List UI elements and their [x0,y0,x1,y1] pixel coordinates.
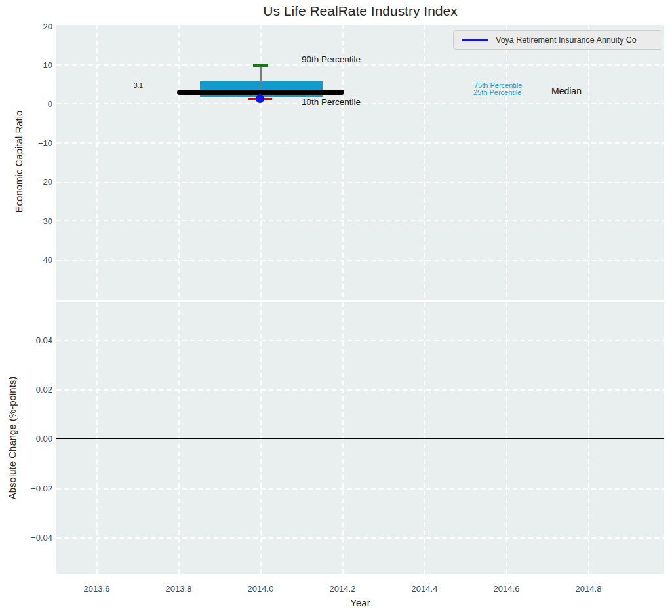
gridline-x2014-2 [342,25,344,300]
ytick--0-04: −0.04 [13,532,52,542]
top-y-axis-title: Economic Capital Ratio [13,103,24,221]
gridline-y-10 [56,142,664,144]
xtick-2014-2: 2014.2 [317,584,369,594]
p90-annotation: 90th Percentile [302,54,361,64]
gridline-x2014-6 [506,25,507,300]
gridline-x2014-4 [424,25,425,300]
xtick-2013-6: 2013.6 [71,584,123,594]
gridline-y-40 [56,260,664,261]
legend: Voya Retirement Insurance Annuity Co [453,30,662,50]
median-value-annotation: 3.1 [134,82,143,89]
gridline-x2013-8 [178,25,180,300]
ytick-20: 20 [13,22,52,31]
ytick-0-00: 0.00 [13,434,52,444]
median-annotation: Median [551,86,582,96]
gridline-y-30 [56,220,664,221]
gridline-y-0-04 [56,537,664,539]
p10-annotation: 10th Percentile [302,97,361,107]
gridline-y-0-02 [56,488,664,490]
p25-annotation: 25th Percentile [473,88,521,96]
bottom-subplot [56,302,664,574]
xtick-2014-0: 2014.0 [235,584,287,594]
gridline-y0-02 [56,389,664,391]
legend-line-sample [462,39,488,41]
ytick--0-02: −0.02 [13,483,52,493]
legend-series-label: Voya Retirement Insurance Annuity Co [496,35,637,45]
top-subplot: 3.1 90th Percentile 10th Percentile 75th… [56,25,664,300]
ytick-10: 10 [13,60,52,69]
zero-line [56,438,664,439]
ytick-0-02: 0.02 [13,384,52,394]
gridline-y-20 [56,182,664,183]
gridline-x2014-8 [588,25,589,300]
gridline-y0-04 [56,340,664,341]
p90-cap [253,64,268,67]
chart-title: Us Life RealRate Industry Index [56,3,664,19]
ytick-0-04: 0.04 [13,335,52,345]
x-axis-title: Year [56,597,664,608]
gridline-x2013-6 [96,25,98,300]
figure: Us Life RealRate Industry Index 3.1 90th… [0,0,672,616]
company-marker-dot [256,94,264,103]
xtick-2014-6: 2014.6 [481,584,533,594]
xtick-2014-8: 2014.8 [563,584,615,594]
bottom-y-axis-title: Absolute Change (%-points) [7,360,18,517]
xtick-2014-4: 2014.4 [399,584,451,594]
xtick-2013-8: 2013.8 [153,584,205,594]
ytick--40: −40 [13,255,52,265]
